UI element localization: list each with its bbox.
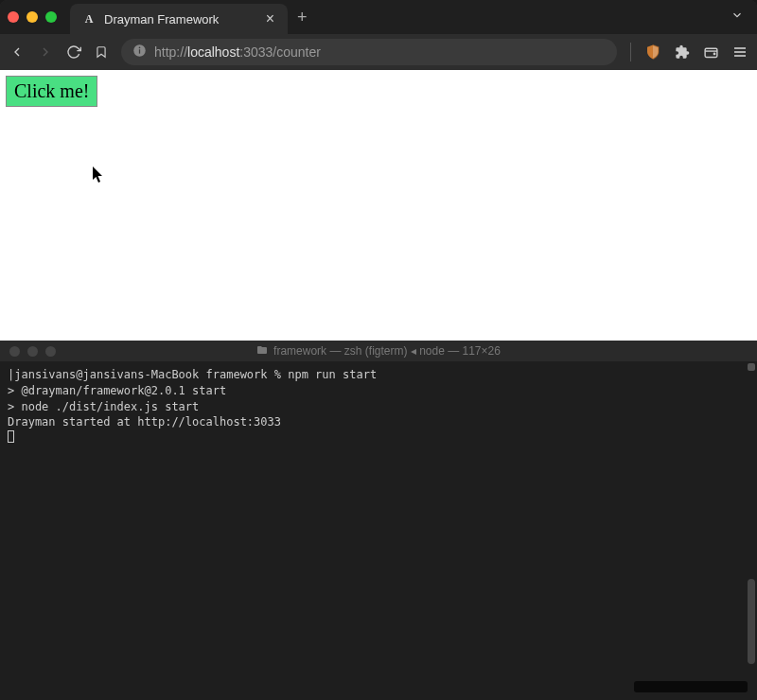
browser-nav-bar: http://localhost:3033/counter xyxy=(0,34,757,70)
page-viewport: Click me! xyxy=(0,70,757,341)
tab-close-icon[interactable]: × xyxy=(264,10,276,27)
nav-reload-button[interactable] xyxy=(66,44,81,60)
tab-title: Drayman Framework xyxy=(104,12,256,26)
terminal-maximize-button[interactable] xyxy=(45,346,56,357)
terminal-titlebar: framework — zsh (figterm) ◂ node — 117×2… xyxy=(0,341,757,361)
terminal-line: Drayman started at http://localhost:3033 xyxy=(8,414,749,430)
terminal-window-controls xyxy=(9,346,56,357)
mouse-cursor-icon xyxy=(93,166,104,184)
browser-tab-bar: A Drayman Framework × + xyxy=(0,0,757,34)
scroll-indicator xyxy=(748,363,755,371)
nav-forward-button[interactable] xyxy=(38,44,53,60)
terminal-window: framework — zsh (figterm) ◂ node — 117×2… xyxy=(0,341,757,700)
window-minimize-button[interactable] xyxy=(26,11,38,23)
terminal-line: > @drayman/framework@2.0.1 start xyxy=(8,383,749,399)
bookmark-icon[interactable] xyxy=(95,45,108,59)
svg-point-2 xyxy=(139,47,141,49)
wallet-icon[interactable] xyxy=(703,44,719,61)
tab-overflow-button[interactable] xyxy=(725,9,749,26)
terminal-scrollbar[interactable] xyxy=(748,579,755,664)
shields-icon[interactable] xyxy=(644,44,661,61)
window-controls xyxy=(8,11,57,23)
svg-rect-1 xyxy=(139,49,140,53)
browser-window: A Drayman Framework × + http://localhost… xyxy=(0,0,757,341)
terminal-title: framework — zsh (figterm) ◂ node — 117×2… xyxy=(273,344,501,358)
terminal-cursor xyxy=(8,430,749,447)
window-close-button[interactable] xyxy=(8,11,19,23)
folder-icon xyxy=(256,344,273,358)
url-text: http://localhost:3033/counter xyxy=(154,44,321,60)
window-maximize-button[interactable] xyxy=(45,11,57,23)
nav-back-button[interactable] xyxy=(9,44,25,60)
address-bar[interactable]: http://localhost:3033/counter xyxy=(121,39,617,65)
terminal-line: |jansivans@jansivans-MacBook framework %… xyxy=(8,367,749,383)
click-me-button[interactable]: Click me! xyxy=(6,76,97,107)
tab-favicon-icon: A xyxy=(81,11,97,26)
terminal-minimize-button[interactable] xyxy=(27,346,38,357)
terminal-close-button[interactable] xyxy=(9,346,20,357)
divider xyxy=(630,43,631,61)
browser-tab[interactable]: A Drayman Framework × xyxy=(70,4,288,34)
site-info-icon[interactable] xyxy=(132,44,147,61)
bottom-overlay xyxy=(634,681,748,692)
new-tab-button[interactable]: + xyxy=(288,8,317,27)
extensions-icon[interactable] xyxy=(675,44,690,60)
menu-icon[interactable] xyxy=(732,44,748,60)
svg-point-4 xyxy=(713,53,714,54)
terminal-body[interactable]: |jansivans@jansivans-MacBook framework %… xyxy=(0,361,757,700)
terminal-line: > node ./dist/index.js start xyxy=(8,399,749,415)
